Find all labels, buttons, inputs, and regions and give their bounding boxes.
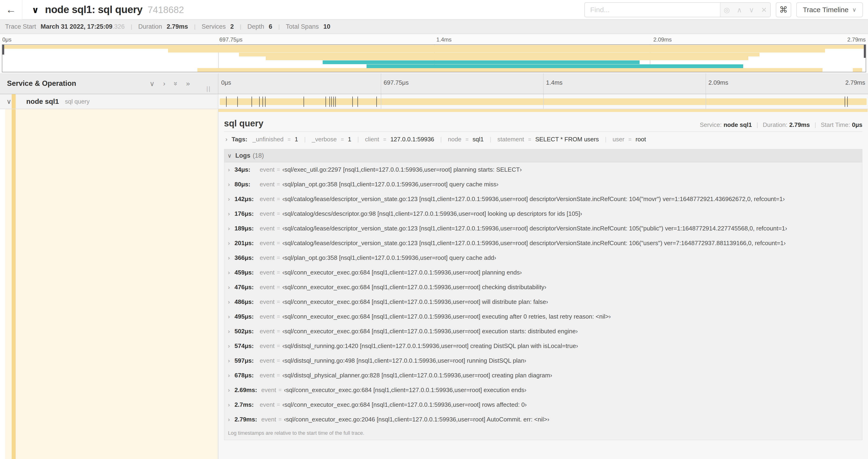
chevron-right-icon[interactable]: › xyxy=(228,196,230,202)
tag-value: 1 xyxy=(293,136,298,143)
span-collapse-icon[interactable]: ∨ xyxy=(6,98,11,105)
keyboard-shortcuts-button[interactable]: ⌘ xyxy=(776,2,791,17)
timeline-gridline xyxy=(381,94,381,109)
find-input[interactable] xyxy=(585,3,720,17)
expand-all-icon[interactable]: » xyxy=(186,79,190,88)
span-log-marker xyxy=(376,97,377,107)
log-timestamp: 142μs: xyxy=(235,195,255,203)
back-button[interactable]: ← xyxy=(0,0,22,19)
log-timestamp: 459μs: xyxy=(235,269,255,276)
chevron-right-icon[interactable]: › xyxy=(228,284,230,291)
chevron-right-icon[interactable]: › xyxy=(228,372,230,379)
log-row[interactable]: › 459μs: event = ‹sql/conn_executor_exec… xyxy=(224,265,862,280)
expand-one-icon[interactable]: › xyxy=(163,79,165,88)
summary-item: Services 2 xyxy=(202,23,234,30)
span-log-marker xyxy=(358,97,358,107)
log-row[interactable]: › 366μs: event = ‹sql/plan_opt.go:358 [n… xyxy=(224,251,862,265)
log-row[interactable]: › 2.69ms: event = ‹sql/conn_executor_exe… xyxy=(224,383,862,397)
summary-separator: | xyxy=(240,23,241,30)
prev-result-icon[interactable]: ∧ xyxy=(737,6,742,14)
duration-label: Duration: xyxy=(763,121,787,129)
tag-separator: | xyxy=(440,136,442,143)
log-row[interactable]: › 80μs: event = ‹sql/plan_opt.go:358 [ns… xyxy=(224,177,862,192)
log-row[interactable]: › 495μs: event = ‹sql/conn_executor_exec… xyxy=(224,309,862,324)
clear-search-icon[interactable]: ✕ xyxy=(761,6,767,14)
column-resizer-handle[interactable]: || xyxy=(206,85,211,92)
log-field-key: event xyxy=(260,328,275,335)
collapse-all-icon[interactable]: » xyxy=(172,81,180,86)
logs-section: ∨ Logs (18) › 34μs: event = ‹sql/exec_ut… xyxy=(224,149,862,440)
log-field-key: event xyxy=(260,298,275,305)
chevron-right-icon[interactable]: › xyxy=(228,387,230,393)
chevron-right-icon[interactable]: › xyxy=(228,299,230,305)
span-log-marker xyxy=(845,97,845,107)
header-controls: ◎ ∧ ∨ ✕ ⌘ Trace Timeline ∨ xyxy=(584,2,863,17)
summary-separator: | xyxy=(278,23,280,30)
chevron-right-icon[interactable]: › xyxy=(228,358,230,364)
log-row[interactable]: › 2.79ms: event = ‹sql/conn_executor_exe… xyxy=(224,412,862,427)
title-collapse-icon[interactable]: ∨ xyxy=(32,5,39,15)
chevron-right-icon[interactable]: › xyxy=(228,343,230,349)
log-field-key: event xyxy=(260,254,275,261)
chevron-right-icon[interactable]: › xyxy=(228,255,230,261)
log-row[interactable]: › 597μs: event = ‹sql/distsql_running.go… xyxy=(224,353,862,368)
span-row-timeline xyxy=(218,94,868,109)
log-timestamp: 486μs: xyxy=(235,298,255,305)
log-field-value: ‹sql/catalog/descs/descriptor.go:98 [nsq… xyxy=(282,210,582,217)
log-row[interactable]: › 476μs: event = ‹sql/conn_executor_exec… xyxy=(224,280,862,295)
timeline-tick-header: 0μs697.75μs1.4ms2.09ms2.79ms xyxy=(218,73,868,94)
chevron-right-icon[interactable]: › xyxy=(228,240,230,247)
chevron-right-icon[interactable]: › xyxy=(225,136,227,143)
chevron-right-icon[interactable]: › xyxy=(228,167,230,173)
chevron-right-icon[interactable]: › xyxy=(228,416,230,423)
log-row[interactable]: › 176μs: event = ‹sql/catalog/descs/desc… xyxy=(224,206,862,221)
chevron-right-icon[interactable]: › xyxy=(228,225,230,232)
collapse-one-icon[interactable]: ∨ xyxy=(150,79,155,88)
minimap-right-scrubber[interactable] xyxy=(864,45,866,58)
trace-body: sql query Service: node sql1 | Duration:… xyxy=(0,109,868,459)
chevron-right-icon[interactable]: › xyxy=(228,328,230,335)
span-row[interactable]: ∨ node sql1 sql query xyxy=(0,94,868,109)
span-log-marker xyxy=(334,97,334,107)
trace-view-selector[interactable]: Trace Timeline ∨ xyxy=(796,2,863,17)
summary-value: March 31 2022, 17:25:09 xyxy=(40,23,113,30)
tick-label: 697.75μs xyxy=(381,79,409,86)
log-row[interactable]: › 486μs: event = ‹sql/conn_executor_exec… xyxy=(224,295,862,309)
child-span-bar-partial xyxy=(218,109,868,112)
chevron-right-icon[interactable]: › xyxy=(228,269,230,276)
tag-key: _verbose xyxy=(312,136,338,143)
chevron-right-icon[interactable]: › xyxy=(228,181,230,188)
tick-label: 1.4ms xyxy=(543,79,563,86)
log-row[interactable]: › 2.7ms: event = ‹sql/conn_executor_exec… xyxy=(224,397,862,412)
summary-label: Depth xyxy=(247,23,266,30)
log-field-key: event xyxy=(260,357,275,364)
log-timestamp: 176μs: xyxy=(235,210,255,217)
log-row[interactable]: › 502μs: event = ‹sql/conn_executor_exec… xyxy=(224,324,862,339)
tag-key: node xyxy=(448,136,463,143)
next-result-icon[interactable]: ∨ xyxy=(749,6,754,14)
span-detail-stats: Service: node sql1 | Duration: 2.79ms | … xyxy=(700,121,862,129)
log-row[interactable]: › 574μs: event = ‹sql/distsql_running.go… xyxy=(224,339,862,353)
trace-summary-bar: Trace Start March 31 2022, 17:25:09.326 … xyxy=(0,20,868,34)
log-field-key: event xyxy=(261,416,276,423)
log-row[interactable]: › 201μs: event = ‹sql/catalog/lease/desc… xyxy=(224,236,862,251)
summary-value: 10 xyxy=(323,23,331,30)
tags-row[interactable]: › Tags: _unfinished = 1 | _verbose = 1 |… xyxy=(224,132,862,147)
log-field-value: ‹sql/exec_util.go:2297 [nsql1,client=127… xyxy=(282,166,522,173)
chevron-right-icon[interactable]: › xyxy=(228,210,230,217)
minimap-canvas[interactable] xyxy=(2,44,866,72)
log-row[interactable]: › 142μs: event = ‹sql/catalog/lease/desc… xyxy=(224,192,862,206)
log-timestamp: 34μs: xyxy=(235,166,255,173)
summary-label: Trace Start xyxy=(5,23,38,30)
expand-collapse-controls: ∨ › » » xyxy=(150,79,190,88)
span-row-name-column: ∨ node sql1 sql query xyxy=(0,94,218,109)
focus-trace-icon[interactable]: ◎ xyxy=(724,6,730,14)
logs-header[interactable]: ∨ Logs (18) xyxy=(224,149,862,162)
log-row[interactable]: › 34μs: event = ‹sql/exec_util.go:2297 [… xyxy=(224,162,862,177)
log-row[interactable]: › 189μs: event = ‹sql/catalog/lease/desc… xyxy=(224,221,862,236)
minimap-left-scrubber[interactable] xyxy=(2,45,4,55)
log-row[interactable]: › 678μs: event = ‹sql/distsql_physical_p… xyxy=(224,368,862,383)
chevron-right-icon[interactable]: › xyxy=(228,402,230,408)
chevron-right-icon[interactable]: › xyxy=(228,314,230,320)
trace-id: 7418682 xyxy=(148,5,184,15)
